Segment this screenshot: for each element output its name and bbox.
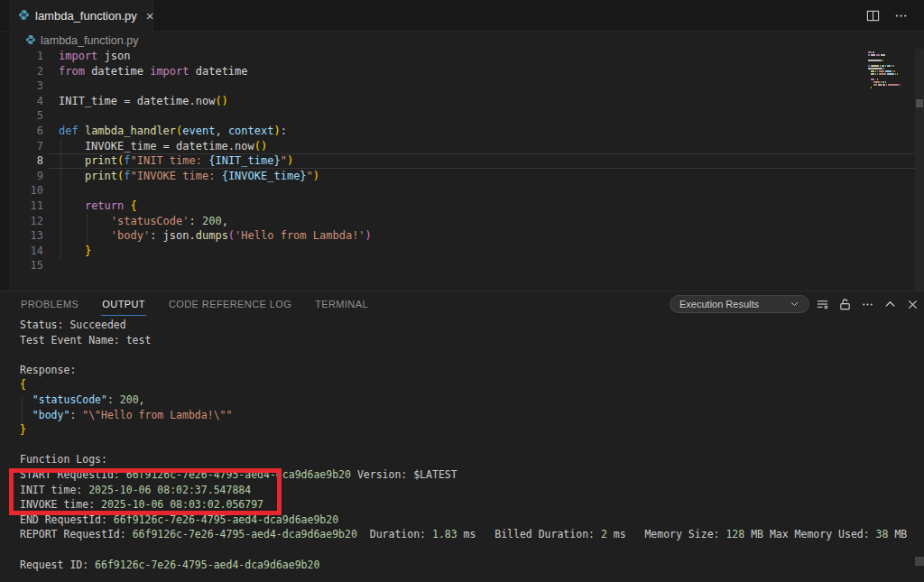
line-number: 11 bbox=[9, 199, 43, 214]
code-line bbox=[59, 108, 871, 124]
minimap-line bbox=[868, 54, 904, 56]
tab-close-icon[interactable]: × bbox=[146, 9, 154, 23]
code-line: 'statusCode': 200, bbox=[59, 214, 871, 229]
code-line bbox=[59, 79, 871, 94]
output-line: Response: bbox=[20, 363, 913, 378]
panel-actions bbox=[815, 295, 919, 313]
line-number-gutter: 123456789101112131415 bbox=[9, 49, 43, 273]
split-editor-icon[interactable] bbox=[866, 9, 880, 23]
minimap-line bbox=[868, 51, 904, 53]
minimap-slider[interactable] bbox=[916, 99, 923, 107]
line-number: 12 bbox=[9, 214, 43, 229]
close-panel-icon[interactable] bbox=[905, 297, 919, 311]
line-number: 3 bbox=[9, 79, 43, 94]
code-line: print(f"INVOKE time: {INVOKE_time}") bbox=[59, 169, 871, 184]
output-line: } bbox=[20, 422, 913, 438]
tab-title: lambda_function.py bbox=[35, 9, 137, 23]
output-line: { bbox=[20, 377, 913, 393]
minimap-line bbox=[868, 84, 904, 86]
line-number: 1 bbox=[9, 49, 43, 64]
dropdown-value: Execution Results bbox=[679, 299, 759, 309]
line-number: 13 bbox=[9, 228, 43, 244]
bottom-panel: PROBLEMSOUTPUTCODE REFERENCE LOGTERMINAL… bbox=[0, 291, 924, 582]
ellipsis-icon[interactable] bbox=[860, 297, 874, 311]
line-number: 2 bbox=[9, 64, 43, 79]
code-line: def lambda_handler(event, context): bbox=[59, 124, 871, 139]
output-line: Function Logs: bbox=[20, 452, 913, 467]
panel-scrollbar[interactable] bbox=[915, 557, 924, 566]
minimap-line bbox=[868, 87, 904, 88]
line-number: 14 bbox=[9, 244, 43, 259]
code-line: print(f"INIT time: {INIT_time}") bbox=[59, 153, 871, 169]
panel-tab-problems[interactable]: PROBLEMS bbox=[20, 293, 79, 315]
line-number: 5 bbox=[9, 108, 43, 124]
highlight-annotation bbox=[9, 468, 282, 515]
code-editor[interactable]: 123456789101112131415 import jsonfrom da… bbox=[9, 49, 915, 291]
minimap-line bbox=[868, 81, 904, 83]
indent-guide bbox=[87, 214, 88, 245]
python-file-icon bbox=[18, 8, 30, 24]
line-number: 9 bbox=[9, 169, 43, 184]
output-line bbox=[20, 542, 913, 558]
line-number: 8 bbox=[9, 153, 43, 169]
panel-tabs: PROBLEMSOUTPUTCODE REFERENCE LOGTERMINAL bbox=[20, 291, 369, 317]
panel-tab-terminal[interactable]: TERMINAL bbox=[314, 293, 369, 315]
breadcrumb-file: lambda_function.py bbox=[41, 34, 138, 47]
line-number: 6 bbox=[9, 124, 43, 139]
python-file-icon bbox=[25, 32, 36, 49]
more-actions-icon[interactable] bbox=[894, 9, 908, 23]
minimap-line bbox=[868, 60, 904, 61]
output-line: REPORT RequestId: 66f9126c-7e26-4795-aed… bbox=[20, 527, 913, 542]
minimap-line bbox=[868, 73, 904, 75]
code-lines: import jsonfrom datetime import datetime… bbox=[59, 49, 871, 273]
minimap-line bbox=[868, 65, 904, 67]
minimap-line bbox=[868, 62, 904, 64]
code-line bbox=[59, 258, 871, 273]
code-line: import json bbox=[59, 49, 871, 64]
minimap[interactable] bbox=[868, 51, 904, 106]
vscode-window: lambda_function.py × lambda_function.py … bbox=[0, 0, 924, 582]
output-line bbox=[20, 438, 913, 453]
chevron-down-icon bbox=[790, 296, 799, 312]
breadcrumb[interactable]: lambda_function.py bbox=[9, 32, 924, 49]
output-line: Request ID: 66f9126c-7e26-4795-aed4-dca9… bbox=[20, 558, 913, 573]
editor-tab-bar: lambda_function.py × bbox=[0, 0, 924, 32]
line-number: 4 bbox=[9, 94, 43, 109]
code-line bbox=[59, 183, 871, 199]
line-number: 15 bbox=[9, 258, 43, 273]
output-line: "body": "\"Hello from Lambda!\"" bbox=[20, 408, 913, 423]
code-line: INIT_time = datetime.now() bbox=[59, 94, 871, 109]
minimap-line bbox=[868, 89, 904, 91]
minimap-line bbox=[868, 76, 904, 78]
output-console[interactable]: Status: SucceededTest Event Name: testRe… bbox=[20, 318, 913, 572]
output-line: "statusCode": 200, bbox=[20, 393, 913, 408]
editor-scrollbar[interactable] bbox=[915, 49, 924, 291]
minimap-line bbox=[868, 79, 904, 80]
code-line: } bbox=[59, 244, 871, 259]
code-line: from datetime import datetime bbox=[59, 64, 871, 79]
minimap-line bbox=[868, 57, 904, 59]
panel-header: PROBLEMSOUTPUTCODE REFERENCE LOGTERMINAL… bbox=[0, 291, 924, 317]
line-number: 7 bbox=[9, 139, 43, 154]
code-line: INVOKE_time = datetime.now() bbox=[59, 139, 871, 154]
minimap-line bbox=[868, 70, 904, 72]
panel-tab-output[interactable]: OUTPUT bbox=[101, 293, 146, 316]
panel-tab-code-reference-log[interactable]: CODE REFERENCE LOG bbox=[168, 293, 292, 315]
clear-output-icon[interactable] bbox=[815, 297, 829, 311]
lock-icon[interactable] bbox=[837, 297, 852, 311]
minimap-line bbox=[868, 68, 904, 69]
indent-guide bbox=[60, 139, 61, 259]
code-line: return { bbox=[59, 199, 871, 214]
maximize-panel-icon[interactable] bbox=[882, 297, 897, 311]
code-line: 'body': json.dumps('Hello from Lambda!') bbox=[59, 228, 871, 244]
output-line: Test Event Name: test bbox=[20, 333, 913, 348]
output-line bbox=[20, 347, 913, 363]
output-line: Status: Succeeded bbox=[20, 318, 913, 333]
line-number: 10 bbox=[9, 183, 43, 199]
output-channel-dropdown[interactable]: Execution Results bbox=[670, 295, 809, 313]
tab-lambda-function[interactable]: lambda_function.py × bbox=[9, 0, 153, 32]
